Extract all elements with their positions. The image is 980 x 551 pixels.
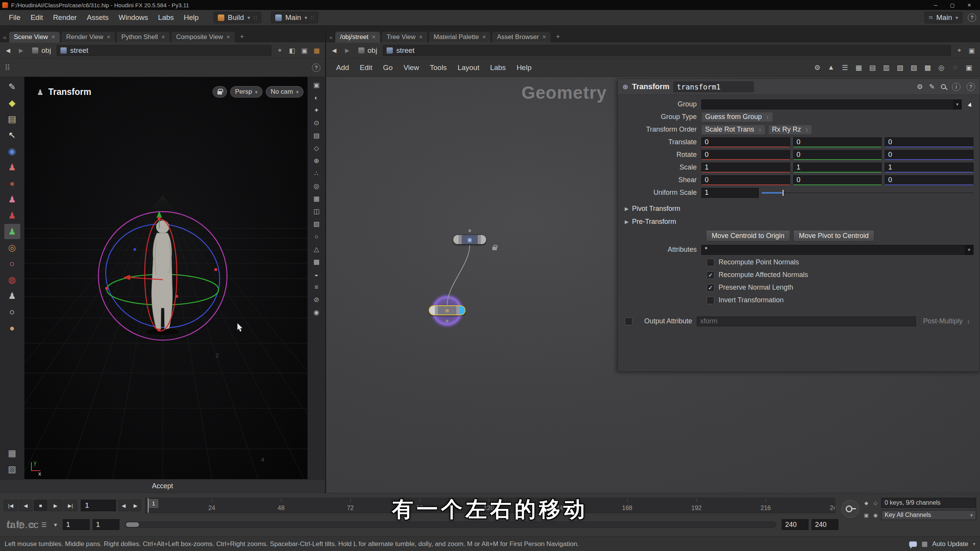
frame-range-slider[interactable] (125, 522, 776, 528)
camera-lock-icon[interactable]: ◉ (310, 306, 323, 318)
node-bypass-flag[interactable] (435, 306, 438, 315)
scale-z-field[interactable] (888, 163, 970, 171)
grid-display-icon[interactable]: ▦ (310, 193, 323, 205)
network-menu-item[interactable]: Help (511, 61, 537, 74)
pin-pane-icon[interactable]: ⌖ (954, 46, 965, 55)
scene-viewport[interactable]: 2 4 (0, 77, 325, 493)
attributes-field[interactable] (705, 246, 962, 254)
key-mode-dropdown[interactable]: Key All Channels ▾ (881, 510, 976, 520)
node-template-flag[interactable] (456, 306, 459, 315)
frame-ruler[interactable]: 1 24487296120144168192216240 (145, 498, 835, 513)
minimize-button[interactable]: ─ (927, 2, 944, 8)
viewport-3d-scene[interactable]: 2 4 (24, 77, 307, 479)
menu-item[interactable]: Edit (26, 12, 48, 23)
accept-button[interactable]: Accept (142, 481, 183, 491)
hatch-display-icon[interactable]: ▩ (310, 256, 323, 268)
node-path-field[interactable]: street (383, 45, 951, 56)
sticky-note-icon[interactable]: ▤ (4, 111, 20, 127)
layout-colors-icon[interactable]: ▦ (311, 46, 322, 55)
rotate-order-dropdown[interactable]: Rx Ry Rz ↕ (768, 125, 812, 135)
uniform-scale-field[interactable] (705, 189, 755, 197)
gear-menu-icon[interactable]: ⚙ (917, 83, 923, 91)
memory-usage-icon[interactable]: ▦ (921, 540, 928, 548)
network-menu-item[interactable]: View (398, 61, 425, 74)
stop-button[interactable]: ■ (34, 500, 47, 511)
checkbox[interactable]: ✓ (707, 284, 714, 292)
data-tree-icon[interactable]: ▧ (893, 62, 906, 74)
secure-selection-icon[interactable]: ◉ (4, 143, 20, 159)
playbar-options-icon[interactable]: ▾ (50, 520, 61, 530)
lighting-icon[interactable]: ✦ (310, 104, 323, 116)
group-dropdown-button[interactable]: ▾ (953, 99, 962, 109)
keyframe-icon[interactable]: ◆ (863, 500, 870, 506)
maximize-button[interactable]: ▢ (944, 2, 961, 8)
update-mode-selector[interactable]: Auto Update (932, 540, 969, 548)
translate-y-field[interactable] (797, 138, 879, 146)
translate-z-field[interactable] (888, 138, 970, 146)
context-chip[interactable]: obj (29, 45, 54, 56)
circle-tool-icon[interactable]: ○ (4, 304, 20, 320)
pane-tab[interactable]: Python Shell × (116, 31, 170, 42)
forward-icon[interactable]: ▶ (342, 47, 352, 54)
back-icon[interactable]: ◀ (329, 47, 339, 54)
output-attribute-field[interactable] (700, 317, 913, 325)
range-start-field[interactable] (63, 519, 90, 530)
pane-tab[interactable]: Tree View × (382, 31, 428, 42)
half-display-icon[interactable]: ◒ (310, 269, 323, 280)
scope-channels-icon[interactable]: ▣ (863, 512, 870, 518)
network-menu-item[interactable]: Labs (485, 61, 511, 74)
menu-item[interactable]: Windows (114, 12, 153, 23)
output-mode-dropdown[interactable]: Post-Multiply ↕ (919, 316, 973, 326)
node-name-field[interactable] (673, 82, 754, 92)
jump-to-end-button[interactable]: ▶| (64, 500, 77, 511)
auto-key-icon[interactable]: ◉ (872, 512, 879, 518)
network-menu-item[interactable]: Edit (354, 61, 378, 74)
close-tab-icon[interactable]: × (372, 34, 376, 41)
menu-item[interactable]: Assets (82, 12, 114, 23)
search-icon[interactable]: ◌ (949, 62, 962, 74)
render-view-icon[interactable]: ◎ (935, 62, 948, 74)
current-frame-field[interactable] (81, 500, 116, 511)
search-params-icon[interactable] (941, 84, 946, 89)
menu-item[interactable]: File (4, 12, 26, 23)
column-view-icon[interactable]: ▥ (880, 62, 893, 74)
next-frame-button[interactable]: ▶ (130, 500, 141, 511)
edit-params-icon[interactable]: ✎ (929, 83, 935, 91)
snapshot-icon[interactable]: ▦ (4, 445, 20, 461)
close-tab-icon[interactable]: × (162, 34, 165, 41)
menu-item[interactable]: Help (179, 12, 204, 23)
tick-settings-icon[interactable]: ☰ (38, 520, 50, 530)
network-menu-item[interactable]: Tools (425, 61, 452, 74)
close-tab-icon[interactable]: × (51, 34, 55, 41)
materials-icon[interactable]: ▤ (310, 130, 323, 142)
stowbar-icon[interactable]: ⠿ (5, 63, 11, 72)
set-key-button[interactable] (841, 500, 859, 518)
container-tool-icon[interactable]: ● (4, 320, 20, 336)
attributes-dropdown-button[interactable]: ▾ (965, 245, 973, 255)
folder-pre-transform[interactable]: ▶ Pre-Transform (618, 215, 980, 228)
camera-selector[interactable]: No cam ▾ (266, 86, 304, 98)
playhead[interactable] (148, 498, 149, 513)
move-pivot-button[interactable]: Move Pivot to Centroid (793, 230, 874, 241)
node-path-field[interactable]: street (57, 45, 271, 56)
shear-z-field[interactable] (888, 176, 970, 184)
viewport-settings-icon[interactable]: ▧ (4, 461, 20, 477)
forward-icon[interactable]: ▶ (16, 47, 26, 54)
rotate-z-field[interactable] (888, 151, 970, 159)
transform-tool-icon[interactable]: ♟ (4, 224, 20, 239)
view-tool-icon[interactable]: ✎ (4, 79, 20, 95)
geometry-colors-icon[interactable]: ◇ (310, 142, 323, 154)
group-type-dropdown[interactable]: Guess from Group ↕ (701, 112, 773, 122)
close-tab-icon[interactable]: × (107, 34, 110, 41)
menu-item[interactable]: Labs (153, 12, 179, 23)
help-icon[interactable]: ? (967, 83, 975, 91)
pane-help-icon[interactable]: ? (312, 64, 320, 72)
sculpt-tool-icon[interactable]: ● (4, 176, 20, 191)
grid-view-icon[interactable]: ▦ (852, 62, 865, 74)
pane-collapse-icon[interactable]: « (2, 34, 9, 42)
checkbox[interactable] (707, 297, 714, 304)
node-left-flag[interactable] (430, 306, 435, 315)
list-display-icon[interactable]: ≡ (310, 281, 323, 293)
back-icon[interactable]: ◀ (3, 47, 13, 54)
select-visible-icon[interactable]: ▣ (310, 79, 323, 91)
